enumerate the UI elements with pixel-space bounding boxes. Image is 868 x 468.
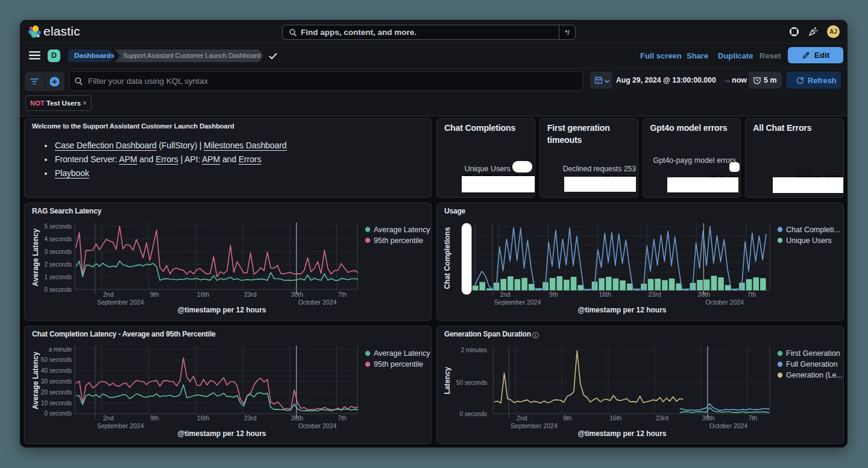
svg-text:9th: 9th xyxy=(150,414,159,422)
svg-text:2nd: 2nd xyxy=(103,291,114,298)
svg-text:30th: 30th xyxy=(291,414,304,422)
svg-text:50 seconds: 50 seconds xyxy=(41,356,72,363)
svg-text:Full Generation: Full Generation xyxy=(786,360,838,368)
svg-text:16th: 16th xyxy=(599,291,611,298)
svg-text:0 seconds: 0 seconds xyxy=(44,410,72,417)
svg-text:50 seconds: 50 seconds xyxy=(456,379,487,386)
svg-text:23rd: 23rd xyxy=(656,414,668,422)
svg-text:2nd: 2nd xyxy=(103,414,114,422)
svg-text:9th: 9th xyxy=(563,414,572,422)
svg-text:Chat Completions: Chat Completions xyxy=(443,227,451,289)
svg-text:9th: 9th xyxy=(549,291,558,298)
svg-text:October 2024: October 2024 xyxy=(298,422,337,429)
svg-text:9th: 9th xyxy=(150,291,159,298)
svg-text:@timestamp per 12 hours: @timestamp per 12 hours xyxy=(177,306,266,314)
svg-text:First Generation: First Generation xyxy=(786,349,840,358)
svg-text:23rd: 23rd xyxy=(244,291,257,298)
svg-text:2nd: 2nd xyxy=(517,414,527,422)
svg-text:30th: 30th xyxy=(291,291,304,298)
svg-text:1 seconds: 1 seconds xyxy=(44,274,72,280)
svg-text:October 2024: October 2024 xyxy=(705,299,744,306)
svg-text:October 2024: October 2024 xyxy=(298,299,337,306)
svg-text:@timestamp per 12 hours: @timestamp per 12 hours xyxy=(577,429,666,438)
svg-text:Average Latency: Average Latency xyxy=(374,226,430,234)
svg-text:7th: 7th xyxy=(338,291,347,298)
svg-text:5 seconds: 5 seconds xyxy=(44,223,72,230)
svg-text:3 seconds: 3 seconds xyxy=(44,248,72,255)
svg-text:16th: 16th xyxy=(197,414,210,422)
svg-text:@timestamp per 12 hours: @timestamp per 12 hours xyxy=(577,306,666,314)
svg-text:40 seconds: 40 seconds xyxy=(41,367,72,374)
svg-text:95th percentile: 95th percentile xyxy=(374,360,423,368)
svg-text:Generation (Le...: Generation (Le... xyxy=(786,371,843,379)
svg-text:Latency: Latency xyxy=(443,367,451,394)
svg-text:23rd: 23rd xyxy=(244,414,257,422)
svg-text:0 seconds: 0 seconds xyxy=(44,286,72,293)
svg-text:Average Latency: Average Latency xyxy=(374,349,430,358)
svg-text:Chat Completi...: Chat Completi... xyxy=(786,226,840,234)
svg-text:Unique Users: Unique Users xyxy=(786,236,832,245)
svg-text:September 2024: September 2024 xyxy=(97,299,144,306)
svg-text:Average Latency: Average Latency xyxy=(31,229,40,286)
svg-text:@timestamp per 12 hours: @timestamp per 12 hours xyxy=(177,429,266,438)
svg-text:September 2024: September 2024 xyxy=(494,299,541,306)
svg-text:95th percentile: 95th percentile xyxy=(374,236,423,245)
svg-text:a minute: a minute xyxy=(49,346,72,353)
svg-text:September 2024: September 2024 xyxy=(511,422,558,429)
svg-text:10 seconds: 10 seconds xyxy=(41,400,72,406)
svg-text:16th: 16th xyxy=(609,414,622,422)
svg-text:20 seconds: 20 seconds xyxy=(41,389,72,396)
svg-text:2 seconds: 2 seconds xyxy=(44,261,72,268)
svg-text:7th: 7th xyxy=(338,414,347,422)
svg-text:30 seconds: 30 seconds xyxy=(41,378,72,385)
svg-text:2nd: 2nd xyxy=(500,291,511,298)
svg-text:30th: 30th xyxy=(698,291,711,298)
svg-text:2 minutes: 2 minutes xyxy=(461,347,487,353)
svg-text:7th: 7th xyxy=(747,291,756,298)
svg-text:23rd: 23rd xyxy=(649,291,661,298)
svg-text:September 2024: September 2024 xyxy=(97,422,144,429)
svg-text:30th: 30th xyxy=(702,414,715,422)
svg-text:Average Latency: Average Latency xyxy=(31,352,40,410)
svg-text:0 seconds: 0 seconds xyxy=(459,411,487,417)
svg-text:4 seconds: 4 seconds xyxy=(44,236,72,242)
svg-text:October 2024: October 2024 xyxy=(709,422,748,429)
svg-text:7th: 7th xyxy=(749,414,758,422)
svg-text:16th: 16th xyxy=(197,291,210,298)
